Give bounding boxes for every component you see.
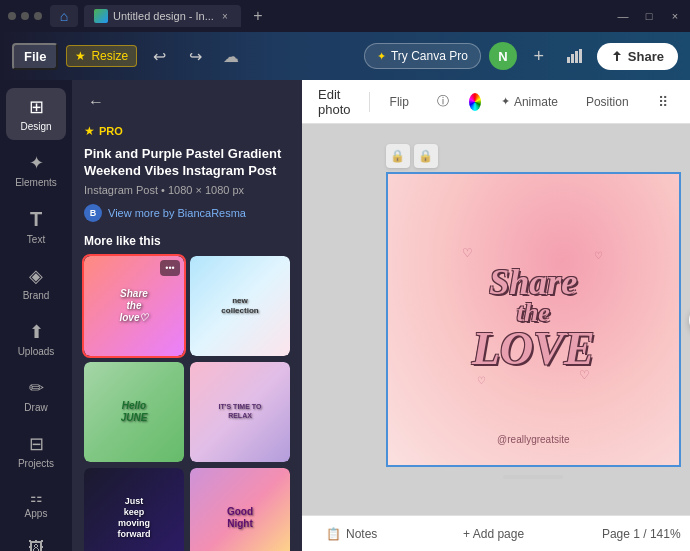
add-tab-btn[interactable]: + — [247, 5, 269, 27]
username-text: @reallygreatsite — [497, 434, 569, 445]
template-thumb-just-keep[interactable]: Justkeepmovingforward — [84, 468, 184, 551]
love-word: LOVE — [472, 325, 595, 371]
sidebar-item-brand[interactable]: ◈ Brand — [6, 257, 66, 309]
sidebar-item-projects[interactable]: ⊟ Projects — [6, 425, 66, 477]
thumb-5-text: Justkeepmovingforward — [113, 492, 154, 543]
maximize-btn[interactable]: □ — [642, 9, 656, 23]
user-avatar[interactable]: N — [489, 42, 517, 70]
info-icon: ⓘ — [437, 93, 449, 110]
adjust-btn[interactable]: ⚙ — [685, 88, 690, 116]
sidebar-item-uploads[interactable]: ⬆ Uploads — [6, 313, 66, 365]
cloud-save-btn[interactable]: ☁ — [217, 42, 245, 70]
edit-photo-btn[interactable]: Edit photo — [318, 87, 357, 117]
flip-label: Flip — [390, 95, 409, 109]
template-grid: ••• Sharethelove♡ newcollection HelloJUN… — [84, 256, 290, 551]
color-picker-btn[interactable] — [469, 93, 481, 111]
animate-star-icon: ✦ — [501, 95, 510, 108]
add-page-btn[interactable]: + Add page — [385, 527, 602, 541]
uploads-icon: ⬆ — [29, 321, 44, 343]
position-btn[interactable]: Position — [578, 91, 637, 113]
home-tab[interactable]: ⌂ — [50, 5, 78, 27]
heart-top-right: ♡ — [594, 249, 603, 260]
thumb-6-text: GoodNight — [223, 502, 257, 534]
heart-bottom-right: ♡ — [579, 367, 590, 381]
window-dots — [8, 12, 42, 20]
thumb-3-text: HelloJUNE — [117, 396, 152, 428]
file-menu[interactable]: File — [12, 43, 58, 70]
undo-btn[interactable]: ↩ — [145, 42, 173, 70]
template-thumb-good-night[interactable]: GoodNight — [190, 468, 290, 551]
lock-top-right-btn[interactable]: 🔒 — [414, 144, 438, 168]
notes-btn[interactable]: 📋 Notes — [318, 523, 385, 545]
template-thumb-new-collection[interactable]: newcollection — [190, 256, 290, 356]
close-btn[interactable]: × — [668, 9, 682, 23]
sidebar-item-text[interactable]: T Text — [6, 200, 66, 253]
dot-2[interactable] — [21, 12, 29, 20]
share-btn[interactable]: Share — [597, 43, 678, 70]
redo-btn[interactable]: ↪ — [181, 42, 209, 70]
template-panel: ← ★ PRO Pink and Purple Pastel Gradient … — [72, 80, 302, 551]
analytics-btn[interactable] — [561, 42, 589, 70]
design-icon: ⊞ — [29, 96, 44, 118]
sidebar-item-design[interactable]: ⊞ Design — [6, 88, 66, 140]
template-thumb-share-love[interactable]: ••• Sharethelove♡ — [84, 256, 184, 356]
thumb-hello-june-img: HelloJUNE — [84, 362, 184, 462]
back-btn[interactable]: ← — [84, 90, 108, 114]
back-icon: ← — [88, 93, 104, 111]
dot-1[interactable] — [8, 12, 16, 20]
share-love-artwork: ♡ ♡ ♡ ♡ Share the LOVE — [472, 263, 595, 371]
canvas-container: 🔒 🔒 🗑 • • • — [386, 172, 681, 467]
sidebar-item-draw[interactable]: ✏ Draw — [6, 369, 66, 421]
template-thumb-relax[interactable]: IT'S TIME TORELAX — [190, 362, 290, 462]
minimize-btn[interactable]: — — [616, 9, 630, 23]
projects-label: Projects — [18, 458, 54, 469]
text-icon: T — [30, 208, 42, 231]
thumb-new-coll-img: newcollection — [190, 256, 290, 356]
thumb-relax-img: IT'S TIME TORELAX — [190, 362, 290, 462]
add-btn[interactable]: + — [525, 42, 553, 70]
canvas-wrapper[interactable]: 🔒 🔒 🗑 • • • — [302, 124, 690, 515]
panel-header: ← — [72, 80, 302, 124]
pro-star-icon: ★ — [84, 124, 95, 138]
notes-icon: 📋 — [326, 527, 341, 541]
animate-btn[interactable]: ✦ Animate — [493, 91, 566, 113]
dot-grid-btn[interactable]: ⠿ — [649, 88, 677, 116]
info-btn[interactable]: ⓘ — [429, 89, 457, 114]
canvas-frame[interactable]: ♡ ♡ ♡ ♡ Share the LOVE @reallygre — [386, 172, 681, 467]
title-bar: ⌂ Untitled design - In... × + — □ × — [0, 0, 690, 32]
flip-btn[interactable]: Flip — [382, 91, 417, 113]
apps-icon: ⚏ — [30, 489, 43, 505]
text-label: Text — [27, 234, 45, 245]
thumb-just-keep-img: Justkeepmovingforward — [84, 468, 184, 551]
author-avatar: B — [84, 204, 102, 222]
zoom-level[interactable]: 41% — [657, 527, 681, 541]
resize-btn[interactable]: ★ Resize — [66, 45, 137, 67]
thumb-more-btn-1[interactable]: ••• — [160, 260, 180, 276]
resize-star-icon: ★ — [75, 49, 86, 63]
try-canva-label: Try Canva Pro — [391, 49, 468, 63]
thumb-4-text: IT'S TIME TORELAX — [215, 399, 266, 424]
home-icon: ⌂ — [60, 8, 68, 24]
sidebar-item-photos[interactable]: 🖼 Photos — [6, 531, 66, 551]
author-row[interactable]: B View more by BiancaResma — [84, 204, 290, 222]
draw-label: Draw — [24, 402, 47, 413]
sidebar-item-apps[interactable]: ⚏ Apps — [6, 481, 66, 527]
active-tab[interactable]: Untitled design - In... × — [84, 5, 241, 27]
svg-rect-3 — [579, 49, 582, 63]
dot-3[interactable] — [34, 12, 42, 20]
elements-icon: ✦ — [29, 152, 44, 174]
sidebar-item-elements[interactable]: ✦ Elements — [6, 144, 66, 196]
share-love-main-text: Share the LOVE — [472, 263, 595, 371]
divider-1 — [369, 92, 370, 112]
template-title: Pink and Purple Pastel Gradient Weekend … — [84, 146, 290, 180]
chart-icon — [567, 49, 583, 63]
tab-close-btn[interactable]: × — [219, 10, 231, 22]
tab-label: Untitled design - In... — [113, 10, 214, 22]
dot-grid-icon: ⠿ — [658, 94, 668, 110]
brand-icon: ◈ — [29, 265, 43, 287]
try-canva-pro-btn[interactable]: ✦ Try Canva Pro — [364, 43, 481, 69]
template-thumb-hello-june[interactable]: HelloJUNE — [84, 362, 184, 462]
zoom-info: 41% — [657, 523, 690, 545]
lock-top-left-btn[interactable]: 🔒 — [386, 144, 410, 168]
animate-label: Animate — [514, 95, 558, 109]
